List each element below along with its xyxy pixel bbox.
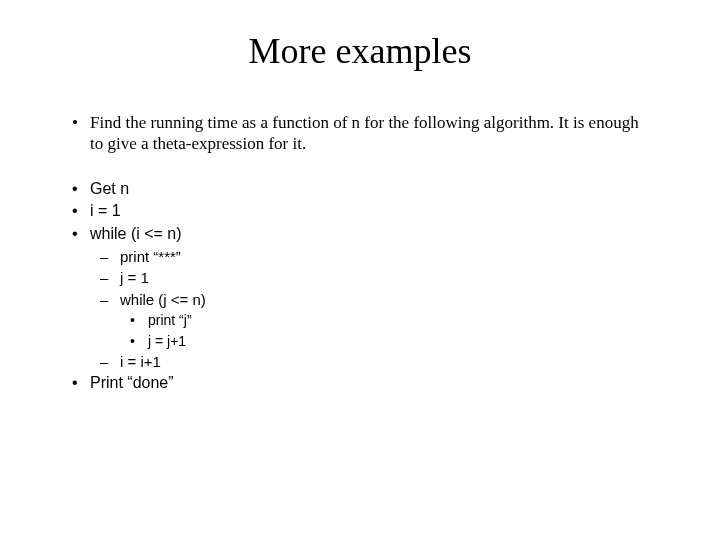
alg-text: print “***” [120, 247, 650, 267]
alg-text: Get n [90, 179, 650, 200]
bullet-icon: • [130, 311, 148, 329]
dash-icon: – [100, 247, 120, 267]
intro-bullet: • Find the running time as a function of… [70, 112, 650, 155]
alg-line: – i = i+1 [70, 352, 650, 372]
alg-text: j = 1 [120, 268, 650, 288]
alg-text: while (i <= n) [90, 224, 650, 245]
bullet-icon: • [70, 224, 90, 245]
alg-line: – j = 1 [70, 268, 650, 288]
alg-text: print “j” [148, 311, 650, 329]
bullet-icon: • [130, 332, 148, 350]
alg-text: j = j+1 [148, 332, 650, 350]
bullet-icon: • [70, 179, 90, 200]
bullet-icon: • [70, 112, 90, 133]
slide-title: More examples [70, 30, 650, 72]
alg-line: • print “j” [70, 311, 650, 329]
alg-line: – print “***” [70, 247, 650, 267]
alg-line: • Get n [70, 179, 650, 200]
intro-text: Find the running time as a function of n… [90, 112, 650, 155]
bullet-icon: • [70, 373, 90, 394]
alg-line: – while (j <= n) [70, 290, 650, 310]
alg-text: i = i+1 [120, 352, 650, 372]
alg-text: Print “done” [90, 373, 650, 394]
algorithm-block: • Get n • i = 1 • while (i <= n) – print… [70, 179, 650, 395]
dash-icon: – [100, 290, 120, 310]
alg-text: while (j <= n) [120, 290, 650, 310]
alg-line: • j = j+1 [70, 332, 650, 350]
bullet-icon: • [70, 201, 90, 222]
alg-line: • while (i <= n) [70, 224, 650, 245]
dash-icon: – [100, 352, 120, 372]
alg-line: • i = 1 [70, 201, 650, 222]
alg-line: • Print “done” [70, 373, 650, 394]
alg-text: i = 1 [90, 201, 650, 222]
dash-icon: – [100, 268, 120, 288]
